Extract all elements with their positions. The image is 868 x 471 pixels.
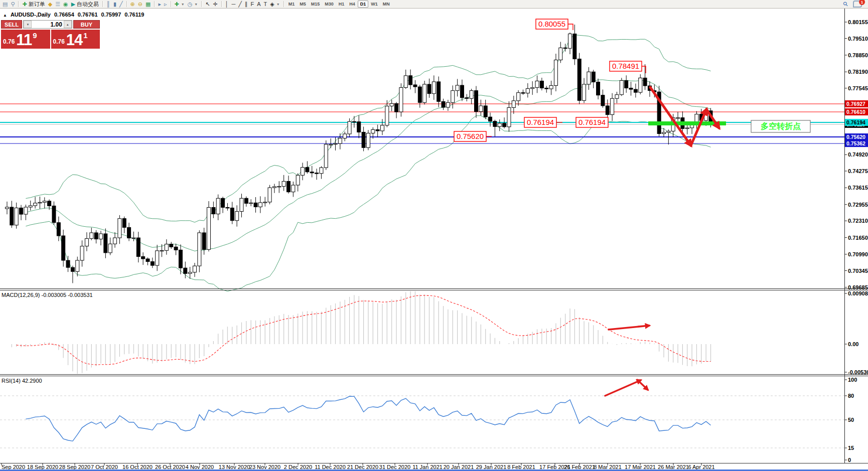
- chevron-down-icon: ▼: [194, 3, 198, 6]
- label-icon[interactable]: T: [262, 1, 269, 8]
- page-magnifier-icon[interactable]: ⚲: [9, 1, 16, 8]
- notifications-icon[interactable]: 1: [853, 1, 862, 8]
- horizontal-line-icon[interactable]: ─: [230, 1, 237, 8]
- price-annotation-label: 0.76194: [578, 118, 606, 126]
- toolbar-separator: [18, 1, 19, 7]
- chart-area[interactable]: 0.801550.795100.788500.781900.775450.749…: [0, 0, 868, 471]
- equidistant-channel-icon: ∥: [245, 1, 248, 7]
- rsi-axis-label: 50: [848, 417, 854, 423]
- candlestick-chart-icon[interactable]: ▮: [112, 1, 118, 8]
- trendline-icon[interactable]: ╱: [237, 1, 243, 8]
- tf-mn[interactable]: MN: [380, 1, 392, 8]
- price-axis-label: 0.72310: [848, 218, 868, 224]
- buy-price-display[interactable]: 0.76 14 1: [51, 30, 100, 49]
- volume-value[interactable]: 1.00: [32, 21, 63, 28]
- sell-button[interactable]: SELL: [1, 20, 22, 29]
- fibonacci-icon[interactable]: F: [249, 1, 255, 8]
- price-badge-label: 0.76194: [846, 119, 865, 125]
- volume-increase-button[interactable]: ▲: [64, 21, 72, 28]
- symbol-info-line: ▲ AUDUSD-,Daily 0.76654 0.76761 0.75997 …: [3, 12, 144, 18]
- tf-w1[interactable]: W1: [368, 1, 380, 8]
- bollinger-band-line: [26, 35, 710, 223]
- macd-arrow: [609, 326, 649, 330]
- vertical-line-icon: │: [225, 1, 229, 7]
- search-icon[interactable]: ⚲: [842, 0, 850, 8]
- sell-price-big: 11: [16, 33, 32, 48]
- candlestick-chart-icon: ▮: [113, 1, 116, 7]
- horizontal-line-icon: ─: [232, 1, 236, 7]
- price-annotation-label: 0.76194: [527, 118, 554, 126]
- symbol-name: AUDUSD-,Daily: [11, 12, 51, 18]
- autotrading-icon[interactable]: ▶自动交易: [70, 1, 100, 8]
- toolbar-separator: [171, 1, 171, 7]
- price-axis-label: 0.73615: [848, 185, 868, 191]
- profile-icon[interactable]: ☰: [54, 1, 62, 8]
- rsi-indicator-label: RSI(14) 42.2900: [2, 378, 42, 384]
- tf-m15[interactable]: M15: [309, 1, 323, 8]
- new-order-icon[interactable]: ✚新订单: [21, 1, 46, 8]
- bar-chart-icon[interactable]: ║: [105, 1, 112, 8]
- sell-price-display[interactable]: 0.76 11 9: [1, 30, 50, 49]
- price-axis-label: 0.78850: [848, 52, 868, 58]
- chart-marker-icon: ▲: [3, 13, 7, 18]
- price-axis-label: 0.78190: [848, 69, 868, 75]
- timeframe-clock-icon[interactable]: ◷▼: [186, 1, 200, 8]
- tf-m30[interactable]: M30: [322, 1, 336, 8]
- shapes-icon[interactable]: ◈▼: [268, 1, 281, 8]
- macd-axis-label: 0.00: [848, 341, 858, 347]
- tile-windows-icon[interactable]: ▦: [144, 1, 152, 8]
- chart-window-icon[interactable]: ▤: [1, 1, 9, 8]
- line-chart-icon: ╱: [119, 1, 123, 7]
- price-axis-label: 0.74920: [848, 151, 868, 158]
- zoom-out-icon: ⊖: [138, 1, 142, 7]
- cursor-icon[interactable]: ↖: [204, 1, 211, 8]
- price-axis-label: 0.74275: [848, 168, 868, 174]
- new-order-icon: ✚: [22, 1, 27, 7]
- styler-icon[interactable]: ◆: [47, 1, 54, 8]
- tf-m1[interactable]: M1: [286, 1, 298, 8]
- equidistant-channel-icon[interactable]: ∥: [243, 1, 249, 8]
- note-text: 多空转折点: [761, 121, 801, 131]
- tf-m5[interactable]: M5: [297, 1, 309, 8]
- indicators-icon[interactable]: ✚▼: [173, 1, 186, 8]
- ohlc-high: 0.76761: [78, 12, 98, 18]
- chart-shift-icon: ▹: [164, 1, 167, 7]
- trendline-icon: ╱: [238, 1, 242, 7]
- rsi-axis-label: 80: [848, 393, 854, 399]
- mt4-terminal: ▤⚲✚新订单◆☰◉▶自动交易║▮╱⊕⊖▦▸▹✚▼◷▼↖✛│─╱∥FAT◈▼M1M…: [0, 0, 868, 471]
- tf-h1[interactable]: H1: [336, 1, 347, 8]
- rsi-axis-label: 100: [848, 377, 857, 383]
- vertical-line-icon[interactable]: │: [224, 1, 230, 8]
- ohlc-close: 0.76119: [124, 12, 144, 18]
- zoom-out-icon[interactable]: ⊖: [136, 1, 144, 8]
- rsi-arrow: [637, 380, 648, 390]
- price-axis-label: 0.71650: [848, 235, 868, 241]
- signals-icon[interactable]: ◉: [62, 1, 70, 8]
- auto-scroll-icon[interactable]: ▸: [157, 1, 163, 8]
- tf-h4[interactable]: H4: [347, 1, 358, 8]
- chevron-down-icon: ▼: [181, 3, 185, 6]
- price-axis-label: 0.70990: [848, 251, 868, 257]
- buy-price-prefix: 0.76: [53, 38, 65, 45]
- price-badge-label: 0.76610: [846, 109, 865, 115]
- autotrading-icon: ▶: [71, 1, 75, 7]
- zoom-in-icon[interactable]: ⊕: [129, 1, 136, 8]
- macd-axis-label: 0.009081: [848, 290, 868, 296]
- crosshair-icon[interactable]: ✛: [211, 1, 219, 8]
- chart-shift-icon[interactable]: ▹: [163, 1, 169, 8]
- toolbar-right: ⚲ 1: [843, 1, 868, 8]
- buy-price-pip: 1: [83, 31, 87, 40]
- buy-button[interactable]: BUY: [73, 20, 100, 29]
- signals-icon: ◉: [63, 1, 68, 7]
- tf-d1[interactable]: D1: [358, 1, 369, 8]
- one-click-trading-panel: SELL ▼ 1.00 ▲ BUY 0.76 11 9 0.76 14 1: [1, 20, 100, 49]
- toolbar-separator: [221, 1, 222, 7]
- buy-price-big: 14: [66, 33, 82, 48]
- text-icon[interactable]: A: [255, 1, 262, 8]
- text-icon: A: [257, 1, 260, 7]
- line-chart-icon[interactable]: ╱: [118, 1, 124, 8]
- page-magnifier-icon: ⚲: [11, 1, 15, 7]
- indicators-icon: ✚: [175, 1, 179, 7]
- volume-decrease-button[interactable]: ▼: [24, 21, 32, 28]
- ohlc-open: 0.76654: [54, 12, 74, 18]
